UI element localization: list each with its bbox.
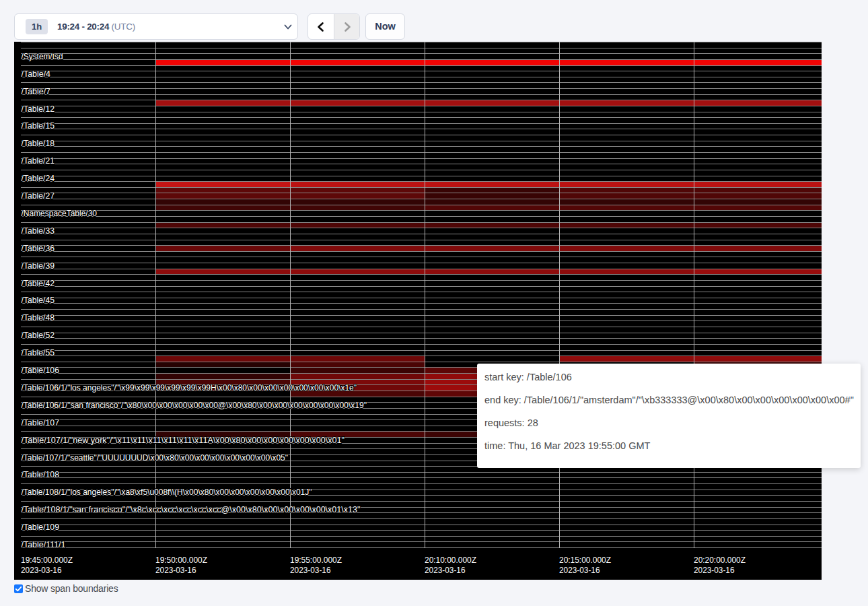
- svg-text:/Table/108/1/"los angeles"/"\x: /Table/108/1/"los angeles"/"\xa8\xf5\u00…: [22, 487, 312, 497]
- svg-text:/Table/7: /Table/7: [22, 86, 51, 96]
- svg-text:/Table/15: /Table/15: [22, 121, 55, 131]
- svg-text:19:55:00.000Z: 19:55:00.000Z: [290, 555, 342, 565]
- svg-text:20:10:00.000Z: 20:10:00.000Z: [425, 555, 476, 565]
- svg-text:/Table/107/1/"seattle"/"UUUUUU: /Table/107/1/"seattle"/"UUUUUUUD\x00\x80…: [22, 452, 289, 463]
- svg-text:/Table/55: /Table/55: [22, 347, 55, 358]
- svg-text:/Table/106/1/"san francisco"/": /Table/106/1/"san francisco"/"\x80\x00\x…: [22, 400, 367, 410]
- svg-text:/Table/111/1: /Table/111/1: [22, 539, 66, 549]
- svg-text:/Table/21: /Table/21: [22, 156, 55, 166]
- svg-text:20:15:00.000Z: 20:15:00.000Z: [559, 555, 611, 565]
- svg-text:/Table/27: /Table/27: [22, 191, 55, 201]
- svg-text:2023-03-16: 2023-03-16: [425, 565, 466, 575]
- svg-text:/Table/108/1/"san francisco"/": /Table/108/1/"san francisco"/"\x8c\xcc\x…: [22, 504, 361, 514]
- svg-text:2023-03-16: 2023-03-16: [155, 565, 196, 575]
- svg-text:/Table/109: /Table/109: [22, 522, 60, 532]
- svg-text:/Table/107: /Table/107: [22, 417, 60, 428]
- svg-text:/Table/33: /Table/33: [22, 226, 55, 236]
- svg-text:/Table/12: /Table/12: [22, 104, 55, 114]
- svg-text:/Table/18: /Table/18: [22, 138, 55, 148]
- svg-text:2023-03-16: 2023-03-16: [694, 565, 735, 575]
- svg-text:/Table/108: /Table/108: [22, 469, 60, 479]
- svg-text:/System/tsd: /System/tsd: [22, 51, 63, 61]
- svg-text:2023-03-16: 2023-03-16: [559, 565, 600, 575]
- svg-text:/Table/42: /Table/42: [22, 278, 55, 288]
- svg-text:/Table/39: /Table/39: [22, 261, 55, 271]
- svg-text:20:20:00.000Z: 20:20:00.000Z: [694, 555, 746, 565]
- svg-text:/Table/107/1/"new york"/"\x11\: /Table/107/1/"new york"/"\x11\x11\x11\x1…: [22, 435, 345, 445]
- svg-text:19:45:00.000Z: 19:45:00.000Z: [21, 555, 73, 565]
- svg-text:2023-03-16: 2023-03-16: [290, 565, 331, 575]
- svg-text:/Table/48: /Table/48: [22, 312, 55, 323]
- svg-text:/Table/24: /Table/24: [22, 173, 55, 183]
- svg-text:/Table/106: /Table/106: [22, 365, 60, 375]
- svg-text:/Table/106/1/"los angeles"/"\x: /Table/106/1/"los angeles"/"\x99\x99\x99…: [22, 382, 357, 393]
- svg-text:/Table/52: /Table/52: [22, 330, 55, 340]
- svg-text:/Table/4: /Table/4: [22, 69, 51, 79]
- svg-text:2023-03-16: 2023-03-16: [21, 565, 62, 575]
- svg-text:/Table/36: /Table/36: [22, 243, 55, 253]
- svg-text:/NamespaceTable/30: /NamespaceTable/30: [22, 208, 98, 218]
- svg-text:/Table/45: /Table/45: [22, 295, 55, 305]
- svg-text:19:50:00.000Z: 19:50:00.000Z: [155, 555, 207, 565]
